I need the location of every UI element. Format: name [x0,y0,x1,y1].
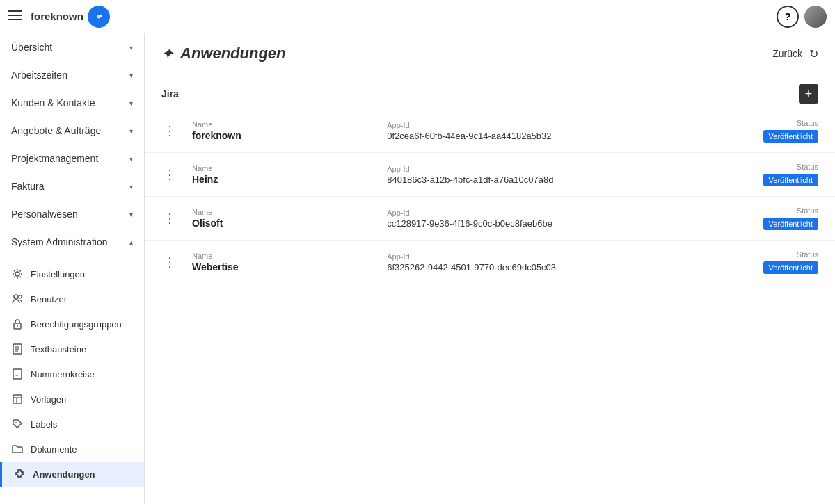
chevron-down-icon: ▾ [129,211,133,218]
chevron-down-icon: ▾ [129,99,133,107]
chevron-down-icon: ▾ [129,183,133,190]
sidebar-item-projektmanagement[interactable]: Projektmanagement ▾ [0,145,144,172]
app-name: Webertise [192,261,373,273]
status-badge: Veröffentlicht [763,218,818,230]
sidebar-item-benutzer[interactable]: Benutzer [0,286,144,311]
sidebar-item-labels[interactable]: Labels [0,412,144,437]
main-header: ✦ Anwendungen Zurück ↻ [145,33,835,74]
sidebar-item-nummernkreise[interactable]: 1 Nummernkreise [0,361,144,387]
back-button[interactable]: Zurück [772,48,802,59]
chevron-down-icon: ▾ [129,72,133,79]
sidebar-item-vorlagen[interactable]: Vorlagen [0,387,144,412]
id-label: App-Id [387,121,749,129]
refresh-button[interactable]: ↻ [809,47,818,60]
section-header: Jira + [145,74,835,109]
svg-text:1: 1 [15,371,19,377]
system-submenu: Einstellungen Benutzer [0,256,144,492]
table-row: ⋮ Name foreknown App-Id 0f2cea6f-60fb-44… [145,109,835,153]
app-id-value: cc128917-9e36-4f16-9c0c-b0ec8faeb6be [387,218,749,229]
table-row: ⋮ Name Heinz App-Id 840186c3-a12b-4bfc-a… [145,153,835,197]
sidebar-item-berechtigungsgruppen[interactable]: Berechtigungsgruppen [0,311,144,336]
app-id-cell: App-Id 840186c3-a12b-4bfc-a1df-a76a10c07… [387,165,749,185]
sidebar: Übersicht ▾ Arbeitszeiten ▾ Kunden & Kon… [0,33,145,504]
topbar: foreknown ? [0,0,835,33]
chevron-up-icon: ▴ [129,238,133,246]
app-name-cell: Name foreknown [192,120,373,141]
app-status-cell: Status Veröffentlicht [763,206,818,230]
template-icon [11,393,24,405]
chevron-down-icon: ▾ [129,155,133,163]
sidebar-item-system[interactable]: System Administration ▴ [0,228,144,256]
status-label: Status [763,163,818,171]
sidebar-item-anwendungen[interactable]: Anwendungen [0,462,144,487]
row-menu-button[interactable]: ⋮ [161,167,178,182]
name-label: Name [192,208,373,216]
help-button[interactable]: ? [777,6,799,28]
main-content: ✦ Anwendungen Zurück ↻ Jira + ⋮ Name for… [145,33,835,504]
id-label: App-Id [387,165,749,173]
app-id-value: 840186c3-a12b-4bfc-a1df-a76a10c07a8d [387,174,749,185]
sidebar-item-ubersicht[interactable]: Übersicht ▾ [0,33,144,61]
section-label: Jira [161,88,179,99]
add-button[interactable]: + [799,84,818,104]
svg-point-4 [100,14,102,16]
status-label: Status [763,250,818,259]
sidebar-item-angebote[interactable]: Angebote & Aufträge ▾ [0,117,144,145]
svg-point-7 [19,295,22,298]
menu-icon[interactable] [8,8,22,24]
svg-point-9 [17,325,18,327]
row-menu-button[interactable]: ⋮ [161,211,178,226]
status-badge: Veröffentlicht [763,174,818,186]
table-row: ⋮ Name Webertise App-Id 6f325262-9442-45… [145,241,835,284]
sidebar-item-personalwesen[interactable]: Personalwesen ▾ [0,200,144,228]
svg-rect-16 [13,395,22,403]
svg-point-19 [15,422,17,423]
app-name: foreknown [192,130,373,141]
layout: Übersicht ▾ Arbeitszeiten ▾ Kunden & Kon… [0,33,835,504]
folder-icon [11,443,24,455]
sidebar-item-arbeitszeiten[interactable]: Arbeitszeiten ▾ [0,61,144,89]
chevron-down-icon: ▾ [129,127,133,135]
app-id-cell: App-Id 6f325262-9442-4501-9770-dec69dc05… [387,252,749,273]
logo-icon [88,6,110,28]
doc-icon [11,343,24,355]
main-actions: Zurück ↻ [772,47,818,60]
sidebar-item-kunden[interactable]: Kunden & Kontakte ▾ [0,89,144,117]
app-name-cell: Name Olisoft [192,208,373,229]
id-label: App-Id [387,252,749,261]
app-name: Olisoft [192,218,373,229]
chevron-down-icon: ▾ [129,44,133,51]
app-status-cell: Status Veröffentlicht [763,250,818,274]
id-label: App-Id [387,209,749,217]
svg-rect-1 [8,15,22,16]
app-name: Heinz [192,174,373,185]
status-label: Status [763,206,818,215]
app-name-cell: Name Webertise [192,252,373,273]
status-badge: Veröffentlicht [763,261,818,274]
app-status-cell: Status Veröffentlicht [763,163,818,186]
svg-rect-2 [8,19,22,20]
svg-rect-0 [8,10,22,12]
logo: foreknown [31,6,110,28]
row-menu-button[interactable]: ⋮ [161,254,178,270]
app-id-value: 0f2cea6f-60fb-44ea-9c14-aa44182a5b32 [387,131,749,141]
row-menu-button[interactable]: ⋮ [161,123,178,138]
table-row: ⋮ Name Olisoft App-Id cc128917-9e36-4f16… [145,197,835,241]
name-label: Name [192,252,373,260]
app-id-cell: App-Id 0f2cea6f-60fb-44ea-9c14-aa44182a5… [387,121,749,141]
page-title: ✦ Anwendungen [161,44,286,63]
user-avatar[interactable] [804,6,827,28]
app-table: ⋮ Name foreknown App-Id 0f2cea6f-60fb-44… [145,109,835,284]
name-label: Name [192,120,373,129]
sidebar-item-einstellungen[interactable]: Einstellungen [0,261,144,286]
app-name-cell: Name Heinz [192,164,373,185]
sidebar-item-textbausteine[interactable]: Textbausteine [0,336,144,361]
svg-point-5 [15,272,19,276]
sidebar-item-faktura[interactable]: Faktura ▾ [0,172,144,200]
name-label: Name [192,164,373,172]
status-label: Status [763,119,818,127]
number-icon: 1 [11,368,24,380]
gear-icon [11,268,24,280]
sidebar-item-dokumente[interactable]: Dokumente [0,437,144,462]
puzzle-icon: ✦ [161,45,173,62]
